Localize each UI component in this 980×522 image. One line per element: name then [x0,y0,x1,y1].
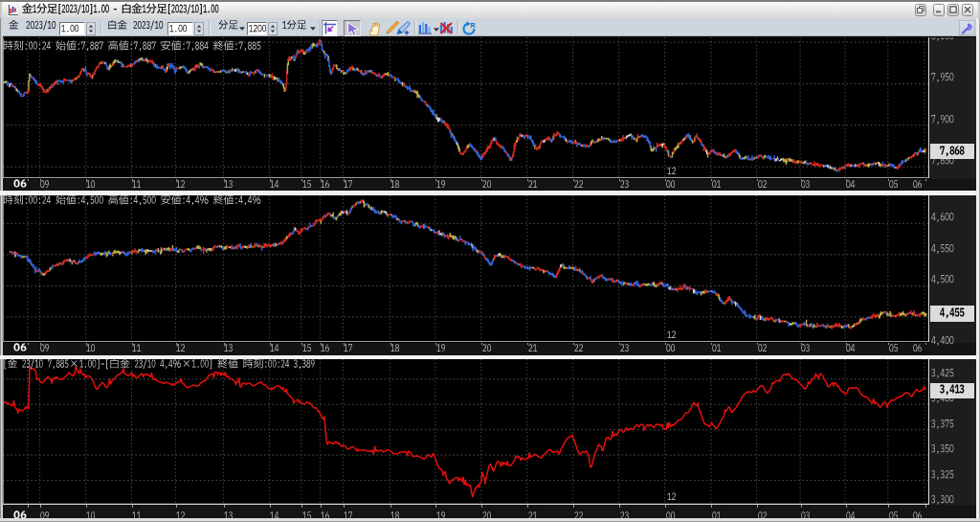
svg-text:R: R [471,22,476,29]
